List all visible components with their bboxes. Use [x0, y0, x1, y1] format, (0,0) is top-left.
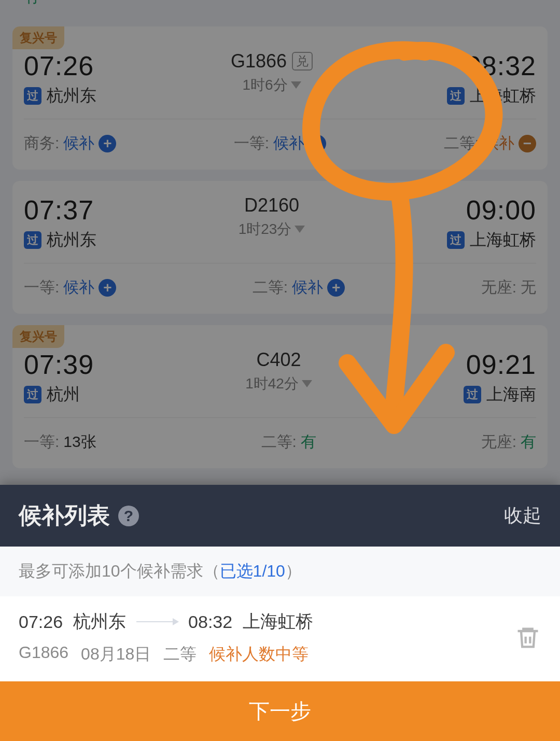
fuxing-badge: 复兴号 [12, 26, 64, 49]
train-card[interactable]: 复兴号 07:26 过 杭州东 G1866 兑 1时6分 [12, 26, 548, 170]
exchange-badge: 兑 [292, 52, 313, 71]
plus-icon[interactable]: + [99, 135, 116, 152]
minus-icon[interactable]: − [519, 135, 536, 152]
via-badge: 过 [447, 231, 465, 249]
duration-label: 1时23分 [239, 219, 292, 239]
via-badge: 过 [24, 231, 41, 249]
via-badge: 过 [464, 386, 481, 403]
via-badge: 过 [24, 386, 41, 403]
chevron-down-icon [295, 226, 305, 233]
collapse-button[interactable]: 收起 [504, 503, 541, 528]
arrive-time: 09:21 [466, 349, 536, 380]
sheet-header: 候补列表 ? 收起 [0, 485, 560, 547]
plus-icon[interactable]: + [327, 279, 345, 297]
fuxing-badge: 复兴号 [12, 325, 64, 348]
train-number: C402 [257, 349, 301, 371]
via-badge: 过 [447, 87, 465, 105]
arrow-right-icon [136, 621, 178, 622]
duration-dropdown[interactable]: 1时6分 [242, 75, 301, 95]
via-badge: 过 [24, 87, 41, 105]
train-card[interactable]: 07:37 过 杭州东 D2160 1时23分 09:00 [12, 181, 548, 314]
depart-time: 07:26 [24, 50, 94, 81]
help-icon[interactable]: ? [118, 506, 139, 526]
sheet-title-label: 候补列表 [19, 500, 110, 531]
train-number: D2160 [244, 194, 299, 216]
trash-icon [514, 624, 541, 651]
seat-option-first[interactable]: 一等: 候补 + [24, 277, 116, 298]
depart-station: 杭州东 [47, 85, 96, 107]
wait-depart-time: 07:26 [19, 612, 63, 632]
train-results-list[interactable]: 有 复兴号 07:26 过 杭州东 G1866 兑 [0, 0, 560, 468]
plus-icon[interactable]: + [309, 135, 326, 152]
duration-label: 1时6分 [242, 75, 287, 95]
chevron-down-icon [302, 380, 312, 387]
selected-count: 已选1/10 [220, 562, 285, 580]
chevron-down-icon [291, 81, 301, 89]
arrive-time: 08:32 [466, 50, 536, 81]
seat-option-second[interactable]: 二等: 候补 − [444, 133, 536, 154]
seat-option-first[interactable]: 一等: 候补 + [234, 133, 326, 154]
seat-option-business[interactable]: 商务: 候补 + [24, 133, 116, 154]
seat-option-standing[interactable]: 无座: 有 [481, 431, 536, 453]
wait-date: 08月18日 [81, 643, 151, 666]
wait-status: 候补人数中等 [209, 643, 309, 666]
next-step-button[interactable]: 下一步 [0, 681, 560, 741]
plus-icon[interactable]: + [99, 279, 116, 297]
wait-train-no: G1866 [19, 643, 68, 666]
depart-station: 杭州东 [47, 229, 96, 251]
arrive-time: 09:00 [466, 194, 536, 226]
seat-option-first[interactable]: 一等: 13张 [24, 431, 96, 453]
sheet-subtitle: 最多可添加10个候补需求（已选1/10） [0, 547, 560, 596]
depart-time: 07:37 [24, 194, 94, 226]
wait-depart-station: 杭州东 [73, 610, 126, 634]
duration-dropdown[interactable]: 1时23分 [239, 219, 305, 239]
delete-button[interactable] [514, 624, 541, 651]
train-card[interactable]: 复兴号 07:39 过 杭州 C402 1时42分 [12, 325, 548, 468]
seat-option-standing: 无座: 无 [481, 277, 536, 298]
arrive-station: 上海虹桥 [470, 85, 536, 107]
waitlist-item: 07:26 杭州东 08:32 上海虹桥 G1866 08月18日 二等 候补人… [0, 596, 560, 681]
duration-dropdown[interactable]: 1时42分 [245, 374, 312, 394]
wait-arrive-station: 上海虹桥 [243, 610, 313, 634]
seat-option-second[interactable]: 二等: 有 [261, 431, 316, 453]
seat-option-second[interactable]: 二等: 候补 + [253, 277, 345, 298]
wait-arrive-time: 08:32 [188, 612, 232, 632]
arrive-station: 上海虹桥 [470, 229, 536, 251]
depart-time: 07:39 [24, 349, 94, 380]
wait-seat-class: 二等 [163, 643, 197, 666]
previous-train-seat-fragment: 有 [12, 0, 548, 15]
duration-label: 1时42分 [245, 374, 299, 394]
train-number: G1866 [231, 50, 287, 72]
arrive-station: 上海南 [486, 383, 536, 406]
depart-station: 杭州 [47, 383, 80, 406]
waitlist-bottom-sheet: 候补列表 ? 收起 最多可添加10个候补需求（已选1/10） 07:26 杭州东… [0, 485, 560, 741]
